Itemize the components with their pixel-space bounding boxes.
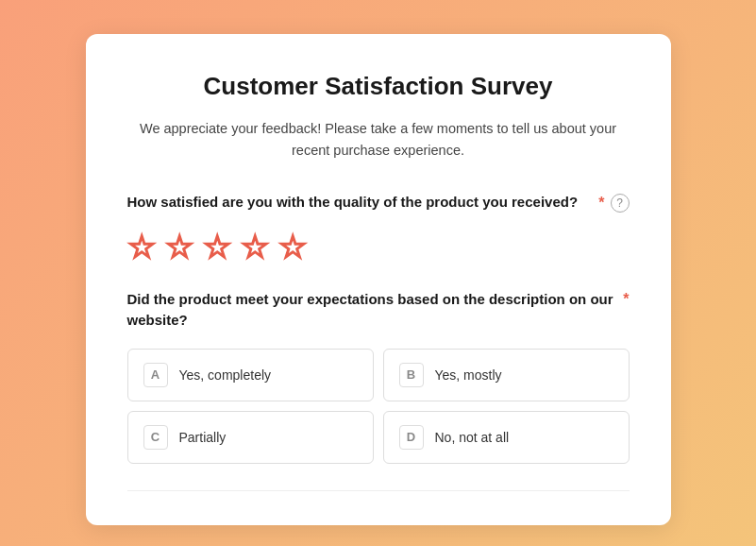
option-label-c: Partially [179,430,227,445]
question-2-meta: * [623,291,629,308]
option-letter-b: B [399,363,424,387]
question-1-meta: * ? [598,194,629,213]
star-3[interactable]: ☆ [203,230,231,263]
help-icon-1[interactable]: ? [611,194,630,213]
question-1-header: How satisfied are you with the quality o… [127,192,630,213]
star-1[interactable]: ☆ [127,230,156,263]
options-grid: A Yes, completely B Yes, mostly C Partia… [127,349,630,464]
question-1-block: How satisfied are you with the quality o… [127,192,630,263]
star-5[interactable]: ☆ [278,230,307,263]
star-2[interactable]: ☆ [165,230,193,263]
option-label-a: Yes, completely [179,367,272,383]
option-letter-c: C [143,425,168,450]
star-rating-row: ☆ ☆ ☆ ☆ ☆ [127,230,630,263]
required-indicator-2: * [623,291,629,308]
survey-card: Customer Satisfaction Survey We apprecia… [86,34,671,525]
option-label-b: Yes, mostly [435,367,502,383]
option-b[interactable]: B Yes, mostly [383,349,630,401]
option-label-d: No, not at all [435,430,510,445]
option-letter-a: A [143,363,168,387]
question-2-header: Did the product meet your expectations b… [127,289,630,332]
option-d[interactable]: D No, not at all [383,411,630,464]
survey-description: We appreciate your feedback! Please take… [127,118,630,162]
survey-title: Customer Satisfaction Survey [127,72,630,101]
bottom-divider [127,490,630,491]
option-c[interactable]: C Partially [127,411,374,464]
option-letter-d: D [399,425,424,450]
option-a[interactable]: A Yes, completely [127,349,374,401]
star-4[interactable]: ☆ [241,230,269,263]
question-2-text: Did the product meet your expectations b… [127,289,614,332]
question-1-text: How satisfied are you with the quality o… [127,192,590,213]
question-2-block: Did the product meet your expectations b… [127,289,630,464]
required-indicator-1: * [598,195,604,212]
